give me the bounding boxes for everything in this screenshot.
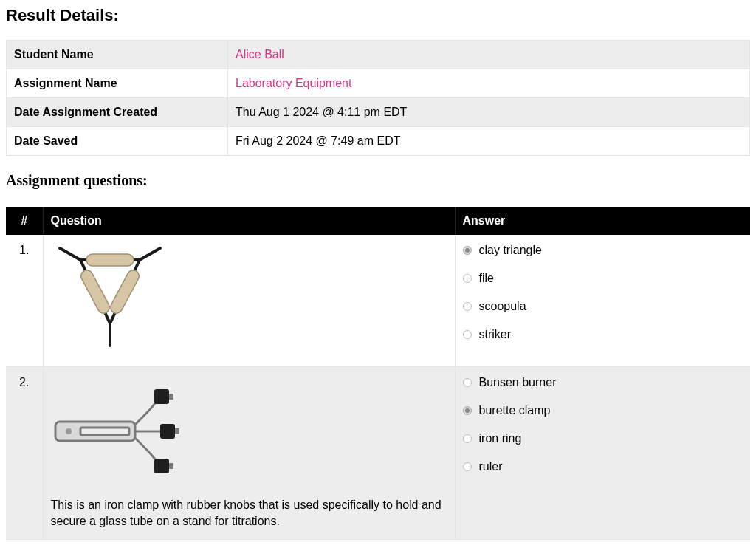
question-description: This is an iron clamp with rubber knobs …: [51, 497, 447, 530]
svg-rect-17: [169, 463, 173, 469]
radio-icon: [463, 246, 472, 255]
question-cell: [43, 235, 455, 367]
radio-icon: [463, 406, 472, 415]
question-number: 2.: [6, 367, 43, 540]
result-details-table: Student Name Alice Ball Assignment Name …: [6, 40, 750, 156]
svg-rect-8: [108, 268, 140, 315]
svg-rect-13: [160, 424, 175, 439]
col-header-question: Question: [43, 207, 455, 235]
svg-point-10: [66, 428, 72, 434]
svg-line-0: [60, 248, 80, 260]
detail-key-date-saved: Date Saved: [7, 127, 228, 156]
svg-rect-11: [80, 428, 129, 435]
answer-cell: Bunsen burner burette clamp iron ring ru…: [455, 367, 750, 540]
answer-option[interactable]: Bunsen burner: [463, 376, 743, 389]
radio-icon: [463, 302, 472, 311]
clay-triangle-icon: [51, 244, 447, 350]
svg-rect-6: [86, 254, 134, 266]
svg-line-1: [140, 248, 160, 260]
questions-subheading: Assignment questions:: [6, 172, 750, 189]
answer-option-label: Bunsen burner: [479, 376, 557, 389]
svg-rect-12: [154, 389, 169, 404]
svg-rect-7: [78, 268, 111, 315]
burette-clamp-icon: [51, 376, 447, 490]
answer-option[interactable]: scoopula: [463, 300, 743, 313]
answer-option[interactable]: ruler: [463, 460, 743, 473]
detail-value-date-saved: Fri Aug 2 2024 @ 7:49 am EDT: [228, 127, 750, 156]
col-header-number: #: [6, 207, 43, 235]
radio-icon: [463, 330, 472, 339]
radio-icon: [463, 462, 472, 471]
answer-option-label: striker: [479, 328, 512, 341]
table-row: 1.: [6, 235, 750, 367]
student-name-link[interactable]: Alice Ball: [236, 48, 284, 61]
assignment-name-link[interactable]: Laboratory Equipment: [236, 77, 351, 89]
answer-option[interactable]: burette clamp: [463, 404, 743, 417]
answer-option[interactable]: clay triangle: [463, 244, 743, 257]
svg-rect-15: [169, 394, 173, 400]
answer-option-label: ruler: [479, 460, 503, 473]
answer-option-label: clay triangle: [479, 244, 542, 257]
radio-icon: [463, 378, 472, 387]
answer-option-label: scoopula: [479, 300, 526, 313]
detail-key-student-name: Student Name: [7, 41, 228, 69]
question-cell: This is an iron clamp with rubber knobs …: [43, 367, 455, 540]
table-row: 2.: [6, 367, 750, 540]
answer-cell: clay triangle file scoopula striker: [455, 235, 750, 367]
page-title: Result Details:: [6, 6, 750, 25]
answer-option-label: burette clamp: [479, 404, 551, 417]
answer-option[interactable]: file: [463, 272, 743, 285]
answer-option[interactable]: striker: [463, 328, 743, 341]
detail-value-assignment-name: Laboratory Equipment: [228, 69, 750, 98]
detail-value-date-created: Thu Aug 1 2024 @ 4:11 pm EDT: [228, 98, 750, 127]
answer-option-label: file: [479, 272, 494, 285]
answer-option[interactable]: iron ring: [463, 432, 743, 445]
col-header-answer: Answer: [455, 207, 750, 235]
detail-value-student-name: Alice Ball: [228, 41, 750, 69]
answer-option-label: iron ring: [479, 432, 522, 445]
svg-rect-14: [154, 459, 169, 473]
question-number: 1.: [6, 235, 43, 367]
radio-icon: [463, 274, 472, 283]
questions-table: # Question Answer 1.: [6, 207, 750, 540]
radio-icon: [463, 434, 472, 443]
svg-rect-16: [175, 428, 179, 434]
detail-key-date-created: Date Assignment Created: [7, 98, 228, 127]
detail-key-assignment-name: Assignment Name: [7, 69, 228, 98]
